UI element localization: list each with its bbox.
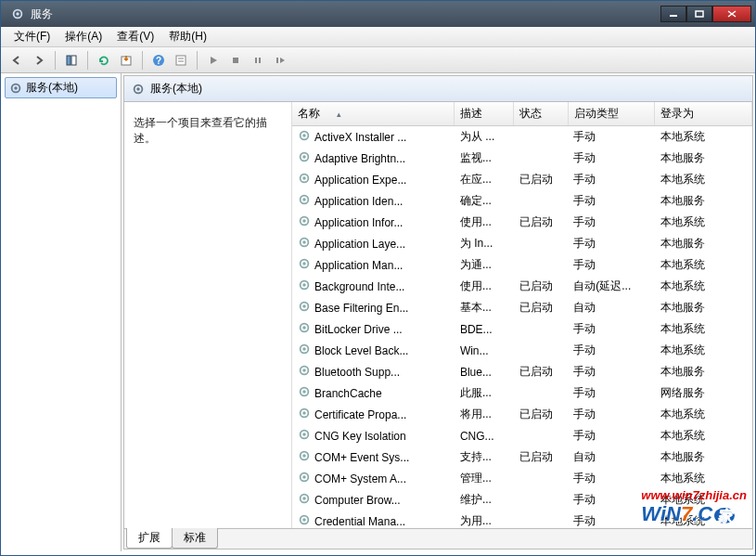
service-status (514, 468, 568, 489)
service-desc: 使用... (455, 276, 514, 297)
stop-service-button[interactable] (225, 50, 246, 71)
menu-action[interactable]: 操作(A) (58, 27, 109, 46)
table-row[interactable]: Certificate Propa...将用...已启动手动本地系统 (292, 404, 752, 425)
table-row[interactable]: Application Infor...使用...已启动手动本地系统 (292, 212, 752, 233)
service-startup: 手动 (568, 126, 654, 149)
back-button[interactable] (6, 50, 27, 71)
svg-point-51 (302, 433, 306, 436)
nav-item-services-local[interactable]: 服务(本地) (5, 77, 117, 98)
col-startup[interactable]: 启动类型 (568, 102, 654, 126)
svg-point-29 (302, 198, 306, 201)
table-row[interactable]: Block Level Back...Win...手动本地系统 (292, 340, 752, 361)
service-desc: 为用... (455, 511, 514, 528)
table-row[interactable]: COM+ System A...管理...手动本地系统 (292, 468, 752, 489)
menu-file[interactable]: 文件(F) (6, 27, 58, 46)
service-startup: 手动 (568, 340, 654, 361)
service-status (514, 233, 568, 254)
gear-icon (298, 236, 311, 252)
service-name: Application Expe... (314, 174, 406, 187)
col-name[interactable]: 名称 (292, 102, 455, 126)
service-status (514, 318, 568, 340)
service-name: COM+ Event Sys... (314, 451, 409, 464)
gear-icon (298, 150, 311, 166)
gear-icon (9, 82, 22, 95)
service-startup: 手动 (568, 468, 654, 489)
table-row[interactable]: Computer Brow...维护...手动本地系统 (292, 489, 752, 511)
service-desc: 为从 ... (455, 126, 514, 149)
content-title: 服务(本地) (150, 81, 202, 97)
close-button[interactable] (712, 6, 751, 22)
start-service-button[interactable] (203, 50, 224, 71)
restart-service-button[interactable] (270, 50, 290, 71)
service-startup: 自动(延迟... (568, 276, 654, 297)
table-row[interactable]: BitLocker Drive ...BDE...手动本地系统 (292, 318, 752, 340)
table-row[interactable]: Application Laye...为 In...手动本地服务 (292, 233, 752, 254)
table-row[interactable]: Application Man...为通...手动本地系统 (292, 254, 752, 276)
service-logon: 本地系统 (655, 468, 752, 489)
export-button[interactable] (116, 50, 136, 71)
service-startup: 自动 (568, 297, 654, 318)
gear-icon (298, 449, 311, 465)
app-icon (10, 6, 25, 21)
service-name: Application Man... (314, 259, 403, 272)
tab-standard[interactable]: 标准 (172, 528, 218, 549)
service-startup: 手动 (568, 318, 654, 340)
service-name: Base Filtering En... (314, 302, 408, 315)
show-hide-tree-button[interactable] (61, 50, 82, 71)
service-startup: 手动 (568, 254, 654, 276)
gear-icon (298, 214, 311, 230)
gear-icon (298, 492, 311, 508)
gear-icon (298, 321, 311, 337)
table-row[interactable]: ActiveX Installer ...为从 ...手动本地系统 (292, 126, 752, 149)
service-name: BranchCache (314, 387, 382, 400)
menu-help[interactable]: 帮助(H) (161, 27, 214, 46)
svg-point-41 (302, 326, 306, 330)
service-status (514, 148, 568, 169)
help-button[interactable]: ? (148, 50, 169, 71)
titlebar[interactable]: 服务 (1, 1, 755, 27)
table-row[interactable]: Base Filtering En...基本...已启动自动本地服务 (292, 297, 752, 318)
service-status (514, 254, 568, 276)
col-status[interactable]: 状态 (514, 102, 568, 126)
table-row[interactable]: Adaptive Brightn...监视...手动本地服务 (292, 148, 752, 169)
table-row[interactable]: Application Expe...在应...已启动手动本地系统 (292, 169, 752, 190)
pause-service-button[interactable] (248, 50, 268, 71)
services-list[interactable]: 名称 描述 状态 启动类型 登录为 ActiveX Installer ...为… (291, 102, 752, 528)
service-desc: Blue... (455, 361, 514, 382)
svg-rect-17 (276, 58, 278, 63)
gear-icon (298, 172, 311, 187)
service-status (514, 126, 568, 149)
col-desc[interactable]: 描述 (455, 102, 514, 126)
svg-point-59 (302, 518, 306, 522)
menu-view[interactable]: 查看(V) (109, 27, 161, 46)
table-row[interactable]: COM+ Event Sys...支持...已启动自动本地服务 (292, 446, 752, 468)
svg-point-47 (302, 390, 306, 394)
svg-point-23 (302, 134, 306, 137)
table-row[interactable]: Credential Mana...为用...手动本地系统 (292, 511, 752, 528)
gear-icon (298, 193, 311, 209)
table-row[interactable]: BranchCache此服...手动网络服务 (292, 382, 752, 404)
tab-extended[interactable]: 扩展 (126, 528, 173, 549)
svg-rect-16 (259, 58, 261, 63)
gear-icon (298, 364, 311, 380)
properties-button[interactable] (171, 50, 191, 71)
service-status: 已启动 (514, 297, 568, 318)
table-row[interactable]: Application Iden...确定...手动本地服务 (292, 190, 752, 212)
maximize-button[interactable] (686, 6, 712, 22)
service-startup: 手动 (568, 148, 654, 169)
table-row[interactable]: Bluetooth Supp...Blue...已启动手动本地服务 (292, 361, 752, 382)
svg-point-39 (302, 304, 306, 308)
refresh-button[interactable] (94, 50, 114, 71)
service-logon: 本地系统 (655, 489, 752, 511)
nav-pane: 服务(本地) (1, 73, 122, 551)
table-row[interactable]: Background Inte...使用...已启动自动(延迟...本地系统 (292, 276, 752, 297)
minimize-button[interactable] (660, 6, 686, 22)
service-logon: 本地服务 (655, 148, 752, 169)
service-status: 已启动 (514, 404, 568, 425)
service-name: Block Level Back... (314, 344, 408, 357)
gear-icon (298, 300, 311, 316)
table-row[interactable]: CNG Key IsolationCNG...手动本地系统 (292, 425, 752, 446)
gear-icon (298, 471, 311, 486)
forward-button[interactable] (29, 50, 49, 71)
col-logon[interactable]: 登录为 (655, 102, 752, 126)
